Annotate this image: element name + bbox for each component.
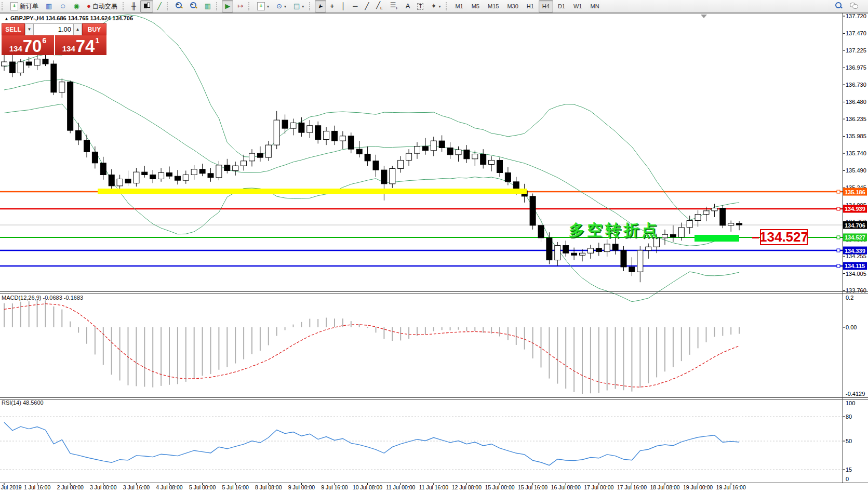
candlestick [381,170,387,184]
sell-price-pips: 70 [23,38,42,54]
candlestick [596,248,602,252]
candlestick [456,150,461,154]
rsi-indicator-label: RSI(14) 48.5600 [2,399,44,406]
sell-button[interactable]: SELL [2,23,25,35]
resistance-line-134939-label: 134.939 [845,206,865,212]
candlestick [208,174,213,178]
collapse-panel-icon[interactable]: ▲ [4,16,9,21]
chart-canvas[interactable]: 137.720137.470137.225136.975136.730136.4… [0,0,868,493]
candlestick [431,141,436,151]
candlestick [348,136,354,149]
candlestick [51,64,57,92]
price-callout-box[interactable]: 134.527 [760,229,808,245]
candlestick [68,82,73,130]
candlestick [34,59,40,65]
candlestick [737,223,742,225]
candlestick [497,160,503,172]
candlestick [167,172,172,176]
time-axis-label: 1 Jul 16:00 [24,484,51,490]
candlestick [365,154,370,161]
candlestick [587,248,593,253]
line-handle[interactable] [837,236,840,239]
candlestick [175,176,180,180]
volume-decrease-button[interactable]: ▼ [25,23,34,35]
candlestick [464,150,470,158]
candlestick [265,145,271,157]
price-tick-label: 136.480 [846,99,866,105]
candlestick [233,166,238,170]
candlestick [604,244,610,252]
candlestick [290,123,296,128]
price-tick-label: 135.490 [846,167,866,174]
price-tick-label: 134.005 [846,271,866,277]
candlestick [678,228,684,237]
candlestick [621,250,626,267]
volume-increase-button[interactable]: ▲ [73,23,82,35]
candlestick [84,140,90,152]
candlestick [637,250,643,272]
rsi-axis-label: 100 [846,400,855,406]
candlestick [158,172,164,179]
time-axis-label: 16 Jul 08:00 [551,484,581,490]
candlestick [224,165,230,171]
candlestick [125,179,131,183]
candlestick [100,163,106,175]
candlestick [505,172,511,181]
buy-button[interactable]: BUY [82,23,106,35]
time-axis-label: 10 Jul 08:00 [353,484,382,490]
one-click-trading-panel: SELL ▼ ▲ BUY 134 70 6 134 74 1 [2,23,106,55]
time-axis-label: 8 Jul 08:00 [255,484,282,490]
quote-line: ▲ GBPJPY-,H4 134.686 134.765 134.624 134… [4,15,133,21]
candlestick [9,62,15,73]
candlestick [241,161,247,166]
line-handle[interactable] [837,264,840,268]
time-axis-label: Jul 2019 [1,484,22,490]
time-axis-label: 11 Jul 16:00 [419,484,449,490]
candlestick [472,154,478,158]
candlestick [563,246,569,254]
candlestick [571,253,577,255]
price-tick-label: 136.730 [846,82,866,88]
candlestick [530,196,536,225]
candlestick [373,161,379,170]
rsi-axis-label: 0 [846,476,849,482]
resistance-line-135186-label: 135.186 [845,189,865,195]
price-tick-label: 135.740 [846,150,866,156]
time-axis-label: 5 Jul 00:00 [189,484,216,490]
time-axis-label: 18 Jul 08:00 [650,484,679,490]
ohlc-values: 134.686 134.765 134.624 134.706 [46,15,133,21]
volume-input[interactable] [34,23,73,35]
candlestick [150,175,156,179]
candlestick [695,215,701,221]
candlestick [274,120,279,145]
candlestick [2,62,7,66]
rsi-axis-label: 50 [846,438,852,444]
candlestick [191,169,197,175]
candlestick [720,208,726,225]
candlestick [26,62,32,65]
line-handle[interactable] [837,190,840,193]
candlestick [712,208,717,211]
line-handle[interactable] [837,249,840,252]
time-axis-label: 17 Jul 00:00 [584,484,613,490]
candlestick [307,126,313,132]
support-line-134527-label: 134.527 [845,234,865,241]
chart-annotation-text[interactable]: 多空转折点 [569,220,660,241]
buy-price-display[interactable]: 134 74 1 [55,35,106,55]
candlestick [555,246,560,260]
time-axis-label: 15 Jul 00:00 [485,484,514,490]
yellow-zone[interactable] [98,189,527,194]
green-zone[interactable] [695,235,739,242]
time-axis-label: 3 Jul 16:00 [123,484,150,490]
candlestick [439,141,445,148]
candlestick [580,253,585,255]
line-handle[interactable] [837,207,840,210]
macd-axis-label: 0.2 [846,295,853,301]
chart-background[interactable] [0,13,868,493]
sell-price-display[interactable]: 134 70 6 [2,35,55,55]
rsi-axis-label: 80 [846,414,852,420]
candlestick [489,160,495,164]
time-axis-label: 9 Jul 16:00 [321,484,348,490]
candlestick [447,148,453,154]
candlestick [216,165,222,178]
